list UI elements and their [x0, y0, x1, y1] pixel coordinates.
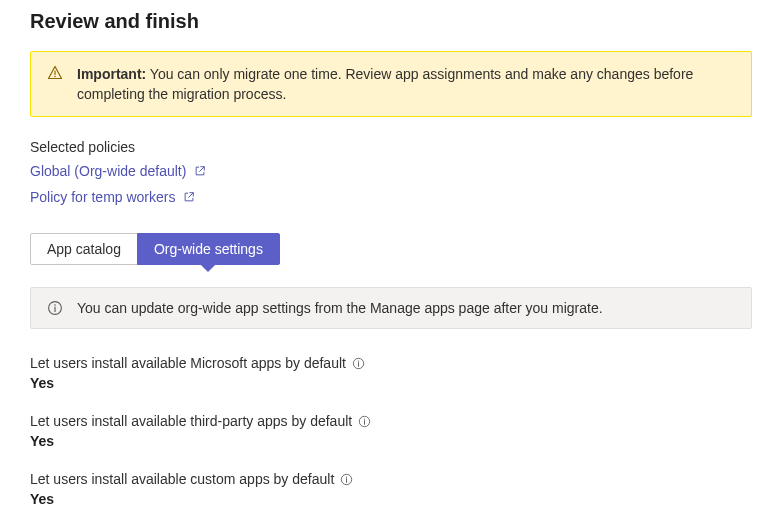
info-bar-text: You can update org-wide app settings fro…: [77, 300, 603, 316]
tab-bar: App catalog Org-wide settings: [30, 233, 752, 265]
policy-link-row: Global (Org-wide default): [30, 163, 752, 179]
svg-line-3: [189, 193, 194, 198]
setting-microsoft-apps: Let users install available Microsoft ap…: [30, 355, 752, 391]
policy-link-row: Policy for temp workers: [30, 189, 752, 205]
review-and-finish-page: Review and finish Important: You can onl…: [0, 0, 782, 511]
tab-app-catalog[interactable]: App catalog: [30, 233, 138, 265]
info-icon: [47, 300, 63, 316]
setting-value: Yes: [30, 491, 752, 507]
policy-link-global[interactable]: Global (Org-wide default): [30, 163, 186, 179]
svg-point-1: [54, 76, 56, 78]
svg-line-2: [200, 167, 205, 172]
policy-link-temp-workers[interactable]: Policy for temp workers: [30, 189, 175, 205]
tab-org-wide-settings[interactable]: Org-wide settings: [137, 233, 280, 265]
alert-message: You can only migrate one time. Review ap…: [77, 66, 693, 102]
selected-policies-label: Selected policies: [30, 139, 752, 155]
setting-label: Let users install available Microsoft ap…: [30, 355, 346, 371]
setting-third-party-apps: Let users install available third-party …: [30, 413, 752, 449]
svg-point-11: [364, 418, 365, 419]
info-icon[interactable]: [340, 473, 353, 486]
setting-label: Let users install available third-party …: [30, 413, 352, 429]
warning-icon: [47, 65, 63, 84]
setting-custom-apps: Let users install available custom apps …: [30, 471, 752, 507]
open-in-new-icon[interactable]: [183, 191, 195, 203]
svg-point-14: [346, 476, 347, 477]
important-alert: Important: You can only migrate one time…: [30, 51, 752, 117]
info-icon[interactable]: [352, 357, 365, 370]
setting-label: Let users install available custom apps …: [30, 471, 334, 487]
page-title: Review and finish: [30, 10, 752, 33]
open-in-new-icon[interactable]: [194, 165, 206, 177]
info-icon[interactable]: [358, 415, 371, 428]
alert-important-label: Important:: [77, 66, 146, 82]
alert-text: Important: You can only migrate one time…: [77, 64, 735, 104]
setting-value: Yes: [30, 375, 752, 391]
info-bar: You can update org-wide app settings fro…: [30, 287, 752, 329]
svg-point-5: [54, 304, 56, 306]
svg-point-8: [358, 360, 359, 361]
setting-value: Yes: [30, 433, 752, 449]
